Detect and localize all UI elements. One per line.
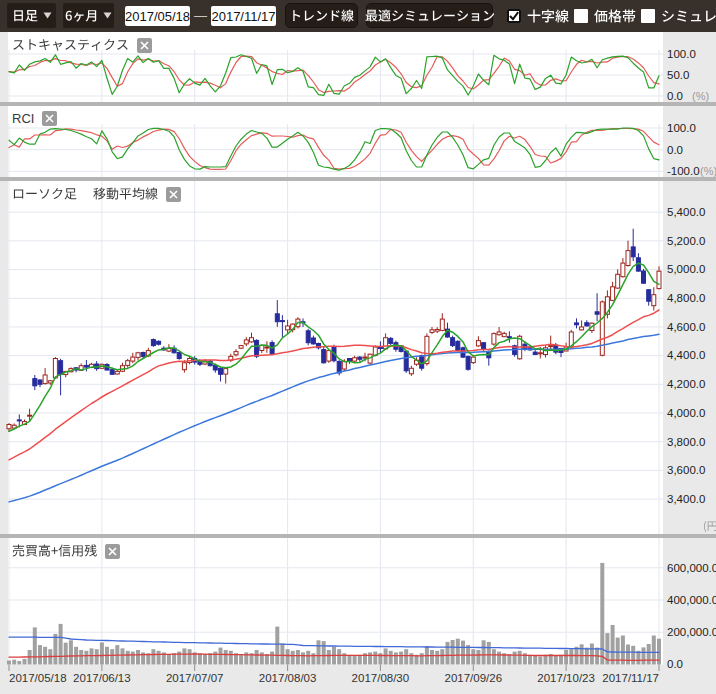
date-from-input[interactable] [125,6,190,26]
candle-body [580,327,584,330]
price-y-label: 3,600.0 [667,464,705,476]
candle-body [234,352,238,355]
candlestick-title [12,187,77,200]
rci-unit-label: (%) [700,165,716,177]
volume-bar [38,645,42,664]
volume-bar [296,650,300,665]
volume-bar [384,648,388,664]
volume-bar [239,654,243,665]
candle-body [549,346,553,347]
volume-y-label: 400,000.0 [667,594,716,606]
rci-y-label: 100.0 [667,122,696,134]
volume-bar [420,653,424,664]
checkmark-icon [507,9,521,23]
simulation-checkbox[interactable] [641,0,716,32]
candle-body [600,302,604,355]
volume-bar [198,653,202,664]
volume-bar [544,655,548,665]
toolbar: — [0,0,716,32]
volume-bar [84,651,88,665]
stochastics-close-button[interactable] [137,38,152,53]
crosshair-checkbox[interactable] [507,0,569,32]
candle-body [33,379,37,386]
x-axis-date-label: 2017/11/17 [602,672,659,684]
candle-body [538,353,542,354]
candle-body [110,370,114,375]
volume-bar [301,652,305,664]
charts-canvas: 100.050.00.0100.00.0-100.05,400.05,200.0… [0,0,716,694]
candle-body [363,357,367,358]
chevron-down-icon [103,12,112,19]
price-y-label: 4,000.0 [667,407,705,419]
rci-close-button[interactable] [42,111,57,126]
volume-bar [471,649,475,664]
price-close-button[interactable] [166,187,181,202]
price-y-label: 4,200.0 [667,378,705,390]
volume-bar [559,655,563,665]
volume-bar [219,648,223,665]
volume-bar [90,648,94,664]
volume-bar [229,651,233,665]
candle-body [652,295,656,306]
volume-bar [306,651,310,665]
candle-body [157,341,161,344]
volume-bar [131,652,135,665]
close-icon [108,547,117,556]
volume-bar [476,650,480,665]
price-y-label: 3,800.0 [667,436,705,448]
candle-body [250,338,254,342]
date-range-separator: — [194,8,207,23]
volume-bar [43,647,47,665]
candle-body [621,263,625,277]
volume-bar [167,654,171,665]
candle-body [466,356,470,369]
volume-bar [255,650,259,665]
panel-separator [0,102,716,106]
rci-plot-area[interactable] [8,106,663,177]
candle-body [244,340,248,344]
candle-body [275,314,279,322]
volume-bar [69,640,73,664]
candle-body [177,353,181,359]
candle-body [595,312,599,314]
volume-bar [456,639,460,665]
volume-bar [23,659,27,665]
candle-body [224,369,228,375]
candle-body [626,251,630,266]
volume-bar [564,650,568,665]
trendline-button[interactable] [285,3,358,28]
volume-panel-title [12,544,97,557]
timeframe-select[interactable] [7,3,56,28]
candle-body [239,346,243,349]
price-band-checkbox[interactable] [574,0,636,32]
volume-bar [626,645,630,665]
date-to-input[interactable] [211,6,276,26]
candle-body [151,340,155,346]
x-axis-date-label: 2017/08/30 [352,672,410,684]
volume-bar [569,649,573,664]
candle-body [306,331,310,343]
volume-y-labels: 600,000.0400,000.0200,000.0 [667,562,716,639]
volume-bar [203,654,207,665]
volume-bar [270,652,274,665]
volume-bar [33,627,37,664]
moving-average-title [93,187,158,200]
candle-body [136,353,140,358]
volume-close-button[interactable] [105,544,120,559]
volume-bar [409,653,413,664]
candle-body [358,357,362,359]
candle-body [456,341,460,350]
volume-y-label: 0.0 [667,658,683,670]
volume-bar [337,649,341,664]
volume-bar [224,650,228,665]
x-axis-date-label: 2017/05/18 [9,672,67,684]
volume-bar [317,640,321,664]
panel-separator [0,534,716,538]
price-y-label: 4,600.0 [667,321,705,333]
volume-bar [286,649,290,664]
optimal-simulation-button[interactable] [366,3,493,28]
volume-bar [528,655,532,665]
period-select[interactable] [63,3,114,28]
candle-body [430,330,434,333]
period-select-value [65,9,98,22]
